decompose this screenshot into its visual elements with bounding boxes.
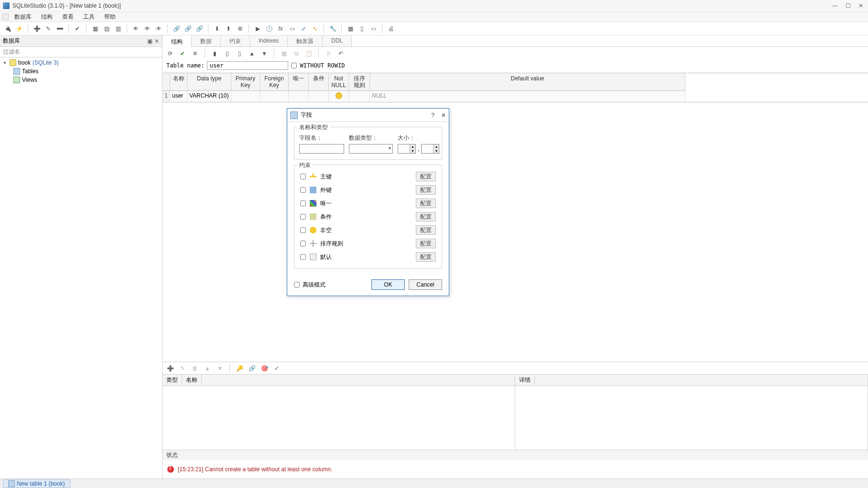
cell-name[interactable]: user xyxy=(170,91,187,102)
tool-edit-view-icon[interactable]: 👁 xyxy=(142,24,152,33)
tool-fx-icon[interactable]: fx xyxy=(276,24,285,33)
add-fk-constraint-icon[interactable]: 🔗 xyxy=(247,364,257,373)
add-check-constraint-icon[interactable]: ✓ xyxy=(272,364,282,373)
tool-link3-icon[interactable]: 🔗 xyxy=(195,24,204,33)
constraint-down-icon[interactable]: ▼ xyxy=(215,364,225,373)
hdr-datatype[interactable]: Data type xyxy=(187,73,231,91)
data-type-combo[interactable] xyxy=(349,144,393,154)
hdr-name[interactable]: 名称 xyxy=(170,73,187,91)
window-minimize-icon[interactable]: — xyxy=(832,2,838,9)
copy-icon[interactable]: ⧉ xyxy=(292,49,301,58)
menu-database[interactable]: 数据库 xyxy=(10,12,36,22)
hdr-default[interactable]: Default value xyxy=(370,73,685,91)
constraint-check-default[interactable] xyxy=(300,254,306,260)
constraint-pk-config-button[interactable]: 配置 xyxy=(416,172,436,181)
cell-sort[interactable] xyxy=(349,91,370,102)
del-constraint-icon[interactable]: 🗑 xyxy=(190,364,200,373)
tool-del-table-icon[interactable]: ▥ xyxy=(113,24,123,33)
constraint-default-config-button[interactable]: 配置 xyxy=(416,252,436,262)
tool-format-icon[interactable]: ▭ xyxy=(287,24,297,33)
cell-notnull[interactable] xyxy=(329,91,349,102)
constraint-check-pk[interactable] xyxy=(300,174,306,179)
edit-constraint-icon[interactable]: ✎ xyxy=(178,364,187,373)
tab-data[interactable]: 数据 xyxy=(192,35,221,46)
tool-edit-table-icon[interactable]: ▤ xyxy=(102,24,111,33)
tab-indexes[interactable]: Indexes xyxy=(250,35,288,46)
hdr-unique[interactable]: 唯一 xyxy=(289,73,309,91)
constraint-sort-config-button[interactable]: 配置 xyxy=(416,239,436,248)
tool-print-icon[interactable]: 🖨 xyxy=(386,24,396,33)
sidebar-close-icon[interactable]: ✕ xyxy=(154,38,159,44)
tool-tile2-icon[interactable]: ▯ xyxy=(357,24,367,33)
tool-link1-icon[interactable]: 🔗 xyxy=(172,24,181,33)
tool-new-view-icon[interactable]: 👁 xyxy=(131,24,141,33)
tree-tables-node[interactable]: Tables xyxy=(0,67,162,76)
tool-sql-editor-icon[interactable]: ▶ xyxy=(253,24,262,33)
hdr-fk[interactable]: Foreign Key xyxy=(260,73,289,91)
column-row[interactable]: 1 user VARCHAR (10) NULL xyxy=(163,91,868,102)
cell-pk[interactable] xyxy=(231,91,260,102)
paste-icon[interactable]: 📋 xyxy=(304,49,314,58)
constraints-hdr-name[interactable]: 名称 xyxy=(182,375,202,386)
tab-structure[interactable]: 结构 xyxy=(163,36,192,47)
ok-button[interactable]: OK xyxy=(371,279,405,290)
mdi-child-icon[interactable] xyxy=(2,13,9,20)
constraint-fk-config-button[interactable]: 配置 xyxy=(416,185,436,195)
add-column-icon[interactable]: ▮ xyxy=(210,49,219,58)
tab-triggers[interactable]: 触发器 xyxy=(288,35,323,46)
constraint-unique-config-button[interactable]: 配置 xyxy=(416,199,436,208)
dialog-close-icon[interactable]: ✕ xyxy=(441,112,446,119)
commit-structure-icon[interactable]: ✔ xyxy=(178,49,187,58)
constraints-hdr-type[interactable]: 类型 xyxy=(163,375,182,386)
tool-commit-icon[interactable]: ✔ xyxy=(73,24,82,33)
cell-cond[interactable] xyxy=(309,91,329,102)
tree-db-node[interactable]: ▾ book (SQLite 3) xyxy=(0,58,162,67)
tool-disconnect-icon[interactable]: ⚡ xyxy=(14,24,24,33)
sidebar-filter[interactable]: 过滤名 xyxy=(0,47,162,57)
size-spin-1[interactable]: ▲▼ xyxy=(398,144,416,154)
tool-collapse-icon[interactable]: ⤡ xyxy=(310,24,320,33)
add-constraint-icon[interactable]: ➕ xyxy=(165,364,175,373)
rollback-structure-icon[interactable]: ✖ xyxy=(190,49,200,58)
size-spin-2[interactable]: ▲▼ xyxy=(421,144,439,154)
create-similar-icon[interactable]: ▦ xyxy=(279,49,289,58)
column-name-input[interactable] xyxy=(299,144,344,154)
tab-constraints[interactable]: 约束 xyxy=(221,35,250,46)
constraint-check-sort[interactable] xyxy=(300,241,306,246)
advanced-mode-checkbox[interactable] xyxy=(294,282,300,288)
cell-default[interactable]: NULL xyxy=(370,91,685,102)
hdr-notnull[interactable]: Not NULL xyxy=(329,73,349,91)
cell-unique[interactable] xyxy=(289,91,309,102)
db-tree[interactable]: ▾ book (SQLite 3) Tables Views xyxy=(0,57,162,478)
tool-tile1-icon[interactable]: ▦ xyxy=(346,24,355,33)
tool-export-icon[interactable]: ⬆ xyxy=(224,24,233,33)
tool-link2-icon[interactable]: 🔗 xyxy=(183,24,193,33)
tool-edit-db-icon[interactable]: ✎ xyxy=(43,24,53,33)
generate-sql-icon[interactable]: ⎘ xyxy=(324,49,333,58)
constraint-check-notnull[interactable] xyxy=(300,227,306,233)
tool-remove-db-icon[interactable]: ➖ xyxy=(55,24,65,33)
hdr-sort[interactable]: 排序规则 xyxy=(349,73,370,91)
constraint-check-unique[interactable] xyxy=(300,200,306,206)
move-down-icon[interactable]: ▼ xyxy=(260,49,269,58)
constraint-cond-config-button[interactable]: 配置 xyxy=(416,212,436,222)
window-maximize-icon[interactable]: ☐ xyxy=(846,2,851,9)
tree-collapse-icon[interactable]: ▾ xyxy=(2,59,8,67)
sidebar-undock-icon[interactable]: ▣ xyxy=(147,38,152,44)
dialog-help-icon[interactable]: ? xyxy=(431,112,434,119)
cell-fk[interactable] xyxy=(260,91,289,102)
del-column-icon[interactable]: ▯ xyxy=(235,49,244,58)
tool-connect-icon[interactable]: 🔌 xyxy=(3,24,12,33)
add-pk-constraint-icon[interactable]: 🔑 xyxy=(235,364,244,373)
hdr-pk[interactable]: Primary Key xyxy=(231,73,260,91)
tool-del-view-icon[interactable]: 👁 xyxy=(154,24,163,33)
tool-expand-icon[interactable]: ⤢ xyxy=(299,24,308,33)
tool-tile3-icon[interactable]: ▭ xyxy=(369,24,378,33)
constraint-check-fk[interactable] xyxy=(300,187,306,193)
cancel-button[interactable]: Cancel xyxy=(409,279,442,290)
tree-views-node[interactable]: Views xyxy=(0,76,162,84)
tool-gen-icon[interactable]: ⚙ xyxy=(235,24,245,33)
menu-help[interactable]: 帮助 xyxy=(99,12,120,22)
tool-add-db-icon[interactable]: ➕ xyxy=(32,24,42,33)
menu-view[interactable]: 查看 xyxy=(57,12,78,22)
